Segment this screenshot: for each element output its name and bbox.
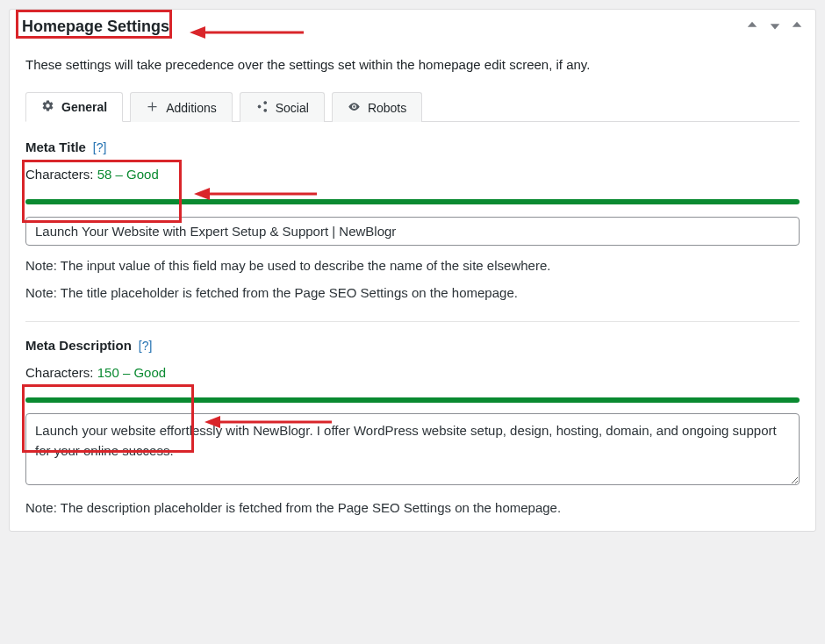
eye-icon: [348, 100, 361, 116]
tab-additions[interactable]: Additions: [130, 92, 233, 122]
tab-general[interactable]: General: [25, 92, 123, 122]
tabs: General Additions Social Robots: [25, 91, 800, 122]
tab-label: Additions: [166, 101, 217, 115]
meta-description-textarea[interactable]: [25, 413, 800, 485]
collapse-down-icon[interactable]: [768, 19, 782, 34]
meta-description-char-counter: Characters: 150 – Good: [25, 365, 800, 380]
meta-description-label-row: Meta Description [?]: [25, 338, 800, 353]
char-count: 58: [97, 167, 112, 182]
meta-title-quality-bar: [25, 199, 800, 204]
meta-description-quality-bar: [25, 397, 800, 403]
meta-title-char-counter: Characters: 58 – Good: [25, 167, 800, 182]
meta-title-input[interactable]: [25, 217, 800, 246]
gear-icon: [41, 99, 54, 115]
char-status: Good: [126, 167, 159, 182]
char-separator: –: [119, 365, 134, 380]
toggle-collapse-icon[interactable]: [791, 19, 803, 34]
meta-title-label: Meta Title: [25, 140, 86, 154]
panel-description: These settings will take precedence over…: [25, 57, 800, 72]
char-prefix: Characters:: [25, 167, 97, 182]
meta-description-note-1: Note: The description placeholder is fet…: [25, 500, 800, 515]
tab-robots[interactable]: Robots: [332, 92, 422, 122]
panel-controls: [745, 19, 803, 34]
meta-description-help[interactable]: [?]: [139, 339, 153, 353]
homepage-settings-panel: Homepage Settings These settings will ta…: [9, 9, 816, 532]
section-divider: [25, 321, 800, 322]
char-count: 150: [97, 365, 119, 380]
tab-label: General: [61, 100, 107, 114]
meta-title-note-2: Note: The title placeholder is fetched f…: [25, 285, 800, 300]
panel-title: Homepage Settings: [22, 18, 169, 36]
share-icon: [255, 100, 269, 116]
char-separator: –: [111, 167, 126, 182]
meta-description-section: Meta Description [?] Characters: 150 – G…: [25, 338, 800, 515]
tab-label: Social: [276, 101, 309, 115]
panel-header: Homepage Settings: [10, 10, 815, 39]
panel-body: These settings will take precedence over…: [10, 39, 815, 531]
char-status: Good: [133, 365, 166, 380]
meta-title-note-1: Note: The input value of this field may …: [25, 258, 800, 273]
meta-title-section: Meta Title [?] Characters: 58 – Good Not…: [25, 140, 800, 300]
tab-label: Robots: [368, 101, 406, 115]
char-prefix: Characters:: [25, 365, 97, 380]
tab-social[interactable]: Social: [240, 92, 325, 122]
meta-description-label: Meta Description: [25, 338, 132, 353]
plus-icon: [146, 100, 159, 116]
meta-title-help[interactable]: [?]: [93, 140, 107, 154]
meta-title-label-row: Meta Title [?]: [25, 140, 800, 154]
collapse-up-icon[interactable]: [745, 19, 759, 34]
